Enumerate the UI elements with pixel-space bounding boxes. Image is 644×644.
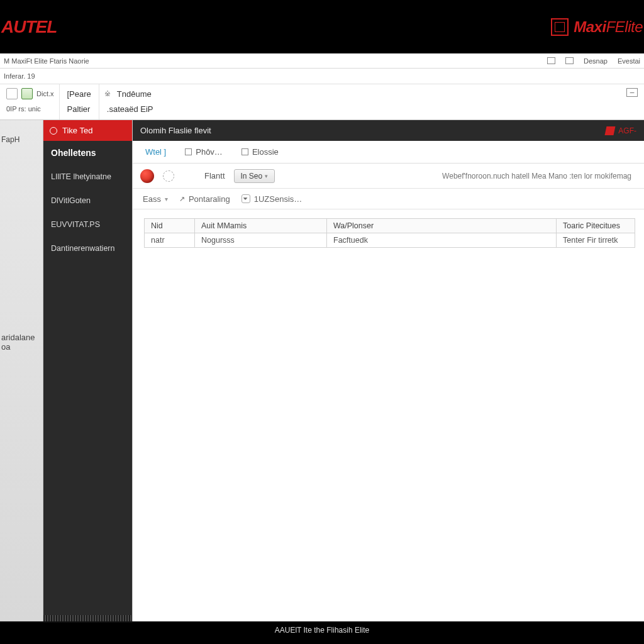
product-logo-icon <box>551 18 569 36</box>
col-auit[interactable]: Auit MMamis <box>195 219 327 233</box>
circle-icon <box>50 127 57 135</box>
col-label: Wa/Plonser <box>333 221 374 230</box>
sidebar-item-label: Ohelletens <box>51 148 96 158</box>
action-label: Flantt <box>204 171 225 180</box>
main-header-right-text: AGF- <box>618 126 636 135</box>
cell: Facftuedk <box>327 233 557 248</box>
hint-text: Webef'fnoroon.nuch hatell Mea Mano :ten … <box>442 172 636 180</box>
sidebar-active-label: Tike Ted <box>62 126 92 135</box>
left-gutter-label-1: FapH <box>1 135 43 144</box>
table-row[interactable]: natr Nogursss Facftuedk Tenter Fir tirre… <box>145 233 635 248</box>
sidebar-item-dlvitl[interactable]: DlVitlGoten <box>43 189 132 213</box>
ribbon-btn-peare[interactable]: [Peare <box>65 88 94 100</box>
sidebar-item-dantiner[interactable]: Dantinerenwatiern <box>43 236 132 260</box>
sidebar-item-label: DlVitlGoten <box>51 196 91 205</box>
data-table: Nid Auit MMamis Wa/Plonser Toaric Piteci… <box>144 218 635 248</box>
table-header-row: Nid Auit MMamis Wa/Plonser Toaric Piteci… <box>145 219 635 233</box>
filter-eass[interactable]: Eass▾ <box>143 194 168 204</box>
tab-label: Wtel ] <box>145 147 166 157</box>
sub-toolbar: Inferar. 19 <box>0 69 644 84</box>
up-arrow-icon: ↗ <box>179 195 185 203</box>
chevron-down-icon: ▾ <box>265 173 268 179</box>
filter-label: Eass <box>143 194 161 204</box>
tab-wtel[interactable]: Wtel ] <box>142 145 170 159</box>
sidebar-active-item[interactable]: Tike Ted <box>43 120 132 141</box>
shield-icon[interactable] <box>140 169 154 183</box>
cell: Nogursss <box>195 233 327 248</box>
sidebar-item-label: EUVVITAT.PS <box>51 220 100 229</box>
autel-logo: AUTEL <box>1 17 57 37</box>
window-icon-2[interactable] <box>565 57 574 64</box>
table-container: Nid Auit MMamis Wa/Plonser Toaric Piteci… <box>133 209 644 248</box>
left-gutter: FapH aridalane oa <box>0 120 43 621</box>
col-nid[interactable]: Nid <box>145 219 195 233</box>
left-gutter-label-2b: oa <box>1 342 43 352</box>
tab-label: Phôv… <box>196 147 223 157</box>
ribbon-btn-tndeume[interactable]: Tndêume <box>114 88 154 100</box>
sidebar-item-euvvitat[interactable]: EUVVITAT.PS <box>43 213 132 236</box>
ribbon: Dict.x 0IP rs: unic [Peare Paltier ※Tndê… <box>0 84 644 120</box>
action-button-label: In Seo <box>241 172 263 180</box>
ribbon-g1-bottom: 0IP rs: unic <box>6 105 41 113</box>
titlebar-link-1[interactable]: Desnap <box>584 57 608 65</box>
sub-toolbar-text: Inferar. 19 <box>4 72 35 80</box>
gear-icon[interactable] <box>163 170 174 182</box>
chevron-down-icon: ▾ <box>165 196 168 203</box>
badge-icon <box>605 126 616 135</box>
col-toaric[interactable]: Toaric Pitecitues <box>557 219 635 233</box>
col-label: Nid <box>151 221 163 230</box>
ribbon-group-2: [Peare Paltier <box>60 84 99 119</box>
sidebar-item-label: Dantinerenwatiern <box>51 244 114 253</box>
product-logo-suffix: FElite <box>606 18 643 35</box>
sidebar-item-ohelletens[interactable]: Ohelletens <box>43 141 132 165</box>
footer-text: AAUElT Ite the Flihasih Elite <box>275 626 370 635</box>
product-logo-text: MaxiFElite <box>574 18 643 36</box>
ribbon-btn-sateaed[interactable]: .sateaëd EiP <box>104 103 156 115</box>
sidebar: Tike Ted Ohelletens LIllTE lhetyinatne D… <box>43 120 132 621</box>
main-header-title: Olomih Flaslie flevit <box>140 126 211 135</box>
sidebar-item-lillte[interactable]: LIllTE lhetyinatne <box>43 165 132 189</box>
square-icon <box>185 148 192 155</box>
filter-pontaraling[interactable]: ↗Pontaraling <box>179 194 230 204</box>
sidebar-item-label: LIllTE lhetyinatne <box>51 172 111 181</box>
action-row: Flantt In Seo ▾ Webef'fnoroon.nuch hatel… <box>133 164 644 189</box>
ribbon-icon-2[interactable] <box>21 88 33 99</box>
filter-row: Eass▾ ↗Pontaraling ⏷1UZSensis… <box>133 189 644 209</box>
left-gutter-label-2a: aridalane <box>1 333 43 342</box>
cell-text: Tenter Fir tirretk <box>563 236 618 245</box>
cell: Tenter Fir tirretk <box>557 233 635 248</box>
tabs-row: Wtel ] Phôv… Elossie <box>133 141 644 164</box>
ribbon-collapse[interactable]: – <box>626 84 644 119</box>
square-icon <box>242 148 248 155</box>
ribbon-btn-paltier[interactable]: Paltier <box>65 103 93 115</box>
main-panel: Olomih Flaslie flevit AGF- Wtel ] Phôv… … <box>132 120 644 621</box>
filter-label: Pontaraling <box>189 194 230 204</box>
window-icon-1[interactable] <box>547 57 555 64</box>
ribbon-group-1: Dict.x 0IP rs: unic <box>1 84 60 119</box>
col-label: Auit MMamis <box>201 221 247 230</box>
footer-bar: AAUElT Ite the Flihasih Elite <box>0 621 644 639</box>
tab-phov[interactable]: Phôv… <box>181 145 226 159</box>
main-header-badge[interactable]: AGF- <box>606 126 636 135</box>
product-logo-prefix: Maxi <box>574 18 606 35</box>
col-waplonser[interactable]: Wa/Plonser <box>327 219 557 233</box>
ribbon-icon-1[interactable] <box>6 88 18 99</box>
badge-icon: ⏷ <box>242 194 250 203</box>
filter-label: 1UZSensis… <box>254 194 303 204</box>
tab-label: Elossie <box>252 147 279 157</box>
titlebar-link-2[interactable]: Evestai <box>618 57 640 65</box>
filter-1uzsensis[interactable]: ⏷1UZSensis… <box>242 194 303 204</box>
ribbon-group-3: ※Tndêume .sateaëd EiP <box>99 84 161 119</box>
cell-text: Nogursss <box>201 236 235 245</box>
cell-text: natr <box>151 236 165 245</box>
sidebar-resize-track[interactable] <box>43 615 132 621</box>
ribbon-icon-2-label: Dict.x <box>36 90 54 97</box>
tab-elossie[interactable]: Elossie <box>238 145 282 159</box>
col-label: Toaric Pitecitues <box>563 221 620 230</box>
window-title: M MaxiFt Elite Ftaris Naorie <box>4 57 89 65</box>
cell: natr <box>145 233 195 248</box>
window-titlebar: M MaxiFt Elite Ftaris Naorie Desnap Eves… <box>0 53 644 69</box>
cell-text: Facftuedk <box>333 236 368 245</box>
brand-banner: AUTEL MaxiFElite <box>0 0 644 53</box>
in-seo-button[interactable]: In Seo ▾ <box>234 169 275 183</box>
